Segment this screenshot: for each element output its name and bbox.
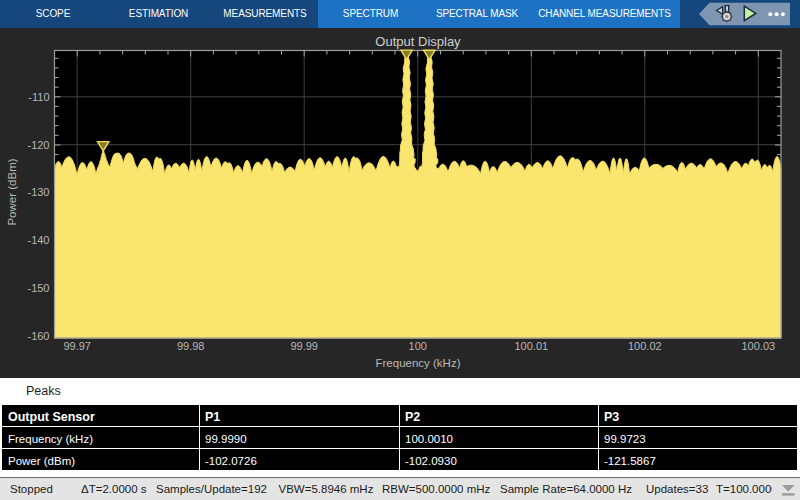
svg-text:-150: -150: [27, 282, 49, 294]
svg-text:99.99: 99.99: [290, 340, 318, 352]
svg-text:Output Display: Output Display: [375, 34, 461, 49]
svg-text:Power (dBm): Power (dBm): [6, 158, 18, 225]
svg-text:Frequency (kHz): Frequency (kHz): [376, 357, 461, 369]
svg-text:-140: -140: [27, 234, 49, 246]
svg-text:100: 100: [409, 340, 427, 352]
svg-text:100.03: 100.03: [741, 340, 775, 352]
svg-text:-130: -130: [27, 186, 49, 198]
svg-text:100.01: 100.01: [514, 340, 548, 352]
svg-text:-120: -120: [27, 139, 49, 151]
svg-text:99.98: 99.98: [177, 340, 205, 352]
svg-text:99.97: 99.97: [63, 340, 91, 352]
svg-text:-160: -160: [27, 330, 49, 342]
svg-text:100.02: 100.02: [628, 340, 662, 352]
svg-text:-110: -110: [28, 91, 49, 103]
